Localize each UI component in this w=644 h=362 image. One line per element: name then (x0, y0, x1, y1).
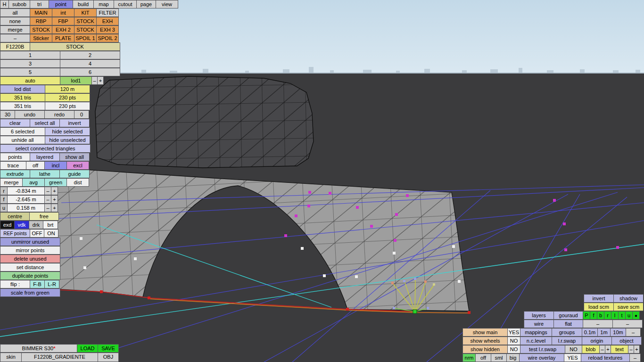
tab-page[interactable]: page (136, 0, 156, 8)
vdk-button[interactable]: vdk (14, 221, 29, 229)
wire-dash-1[interactable]: – (583, 320, 613, 328)
points-button[interactable]: points (0, 153, 30, 161)
wire-overlay-value[interactable]: YES (564, 354, 581, 362)
unhide-all-button[interactable]: unhide all (0, 136, 45, 144)
invert-button[interactable]: invert (59, 119, 90, 127)
view-u-button[interactable]: u (625, 311, 633, 320)
part-stock-1[interactable]: STOCK (74, 17, 97, 25)
tab-subob[interactable]: subob (8, 0, 30, 8)
coord-u-value[interactable]: 0.158 m (7, 204, 45, 212)
coord-f-minus[interactable]: – (44, 195, 51, 204)
show-hidden-label[interactable]: show hidden (462, 345, 508, 354)
coord-u-minus[interactable]: – (44, 204, 51, 212)
lod-plus-button[interactable]: + (97, 76, 104, 85)
grid-01m-button[interactable]: 0.1m (582, 328, 598, 337)
page-2[interactable]: 2 (60, 51, 120, 59)
show-wheels-value[interactable]: NO (507, 337, 520, 345)
show-all-button[interactable]: show all (59, 153, 90, 161)
lathe-button[interactable]: lathe (30, 170, 60, 178)
show-main-value[interactable]: YES (507, 328, 520, 337)
part-rbp[interactable]: RBP (30, 17, 52, 25)
set-distance-button[interactable]: set distance (0, 263, 60, 272)
tab-point[interactable]: point (49, 0, 73, 8)
nc-level-button[interactable]: n.c.level (520, 337, 552, 345)
trace-incl-button[interactable]: incl (44, 161, 67, 170)
view-dot-button[interactable]: ● (632, 311, 640, 320)
select-connected-button[interactable]: select connected triangles (0, 144, 91, 153)
extrude-button[interactable]: extrude (0, 170, 30, 178)
show-hidden-value[interactable]: NO (507, 345, 520, 354)
tab-tri[interactable]: tri (30, 0, 49, 8)
part-exh[interactable]: EXH (96, 17, 119, 25)
skin-name-button[interactable]: F1220B_GRADIENTE (21, 353, 98, 362)
load-scm-button[interactable]: load scm (584, 303, 614, 311)
wire-overlay-button[interactable]: wire overlay (519, 354, 564, 362)
view-f-button[interactable]: f (590, 311, 597, 320)
select-all-button[interactable]: select all (30, 119, 60, 127)
page-6[interactable]: 6 (60, 68, 120, 76)
view-p-button[interactable]: P (583, 311, 590, 320)
part-kit[interactable]: KIT (74, 8, 97, 17)
ref-off-button[interactable]: OFF (30, 229, 44, 238)
free-button[interactable]: free (29, 212, 59, 221)
tab-map[interactable]: map (93, 0, 114, 8)
show-wheels-label[interactable]: show wheels (462, 337, 508, 345)
redo-button[interactable]: redo (44, 110, 74, 119)
part-exh2[interactable]: EXH 2 (52, 25, 74, 34)
wire-dash-2[interactable]: – (612, 320, 643, 328)
grid-1m-button[interactable]: 1m (597, 328, 611, 337)
coord-r-value[interactable]: -0.834 m (7, 187, 45, 195)
trace-excl-button[interactable]: excl (66, 161, 89, 170)
obj-button[interactable]: OBJ (98, 353, 119, 362)
ref-on-button[interactable]: ON (44, 229, 58, 238)
page-1[interactable]: 1 (0, 51, 60, 59)
coord-f-value[interactable]: -2.645 m (7, 195, 45, 204)
part-all[interactable]: all (0, 8, 30, 17)
layered-button[interactable]: layered (30, 153, 60, 161)
text-plus-button[interactable]: + (634, 345, 640, 354)
merge-button[interactable]: merge (0, 178, 23, 187)
clear-button[interactable]: clear (0, 119, 30, 127)
origin-button[interactable]: origin (582, 337, 612, 345)
hide-unselected-button[interactable]: hide unselected (45, 136, 90, 144)
merge-dist-button[interactable]: dist (66, 178, 89, 187)
flip-fb-button[interactable]: F-B (30, 280, 45, 288)
grid-10m-button[interactable]: 10m (610, 328, 626, 337)
part-stock-2[interactable]: STOCK (30, 25, 52, 34)
model-config[interactable]: STOCK (30, 42, 120, 51)
part-filter[interactable]: FILTER (96, 8, 119, 17)
merge-green-button[interactable]: green (44, 178, 67, 187)
reload-dash-button[interactable]: – (629, 354, 641, 362)
view-l-button[interactable]: l (611, 311, 619, 320)
lod-dist-value[interactable]: 120 m (45, 85, 90, 93)
page-3[interactable]: 3 (0, 59, 60, 68)
tab-build[interactable]: build (73, 0, 94, 8)
wire-button[interactable]: wire (524, 320, 554, 328)
tab-cutout[interactable]: cutout (114, 0, 137, 8)
brt-button[interactable]: brt (43, 221, 58, 229)
part-int[interactable]: int (52, 8, 74, 17)
view-b-button[interactable]: b (597, 311, 604, 320)
part-stock-3[interactable]: STOCK (74, 25, 97, 34)
load-button[interactable]: LOAD (77, 344, 98, 353)
text-button[interactable]: text (611, 345, 628, 354)
part-sticker[interactable]: Sticker (30, 34, 52, 42)
centre-button[interactable]: centre (0, 212, 30, 221)
test-lr-swap-value[interactable]: NO (565, 345, 582, 354)
view-r-button[interactable]: r (604, 311, 611, 320)
undo-button[interactable]: undo (15, 110, 45, 119)
page-5[interactable]: 5 (0, 68, 60, 76)
lod-auto[interactable]: auto (0, 76, 60, 85)
flip-lr-button[interactable]: L-R (44, 280, 59, 288)
coord-r-plus[interactable]: + (51, 187, 58, 195)
blob-button[interactable]: blob (582, 345, 600, 354)
coord-u-plus[interactable]: + (51, 204, 58, 212)
model-name[interactable]: F1220B (0, 42, 30, 51)
part-spoil1[interactable]: SPOIL 1 (74, 34, 97, 42)
point-selected-green[interactable] (413, 310, 417, 313)
lr-swap-button[interactable]: l.r.swap (552, 337, 582, 345)
delete-unused-button[interactable]: delete unused (0, 255, 60, 263)
hide-selected-button[interactable]: hide selected (45, 127, 90, 136)
coord-f-plus[interactable]: + (51, 195, 58, 204)
duplicate-points-button[interactable]: duplicate points (0, 272, 60, 280)
